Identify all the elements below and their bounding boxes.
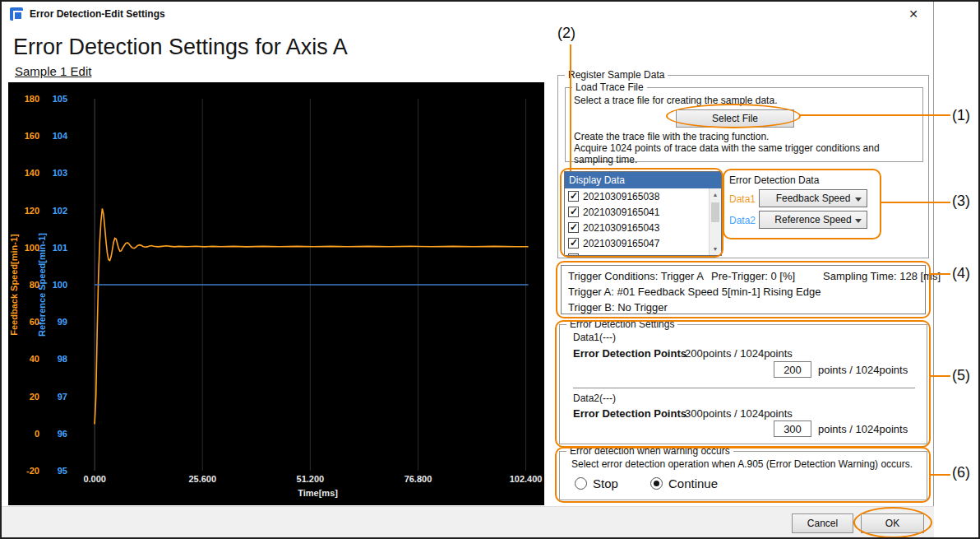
ok-button[interactable]: OK [861,513,924,533]
title-bar[interactable]: Error Detection-Edit Settings ✕ [2,2,933,26]
trigger-conditions-text: Trigger Conditions: Trigger A [568,270,704,282]
data1-combo[interactable]: Feedback Speed [759,189,867,207]
chart-canvas: 0.00025.60051.20076.800102.400Time[ms]18… [8,82,544,505]
load-trace-label: Load Trace File [572,81,647,93]
data1-points-label: Error Detection Points [573,347,686,360]
window-title: Error Detection-Edit Settings [30,8,165,20]
svg-text:102: 102 [53,206,67,216]
svg-text:104: 104 [53,131,68,141]
display-data-item[interactable]: 20210309165043 [565,220,709,235]
error-detection-data-label: Error Detection Data [729,174,819,186]
svg-text:95: 95 [58,466,67,476]
trigger-a-text: Trigger A: #01 Feedback Speed 5[min-1] R… [568,286,821,298]
data2-combo[interactable]: Reference Speed [759,211,867,229]
warning-instruction: Select error detection operation when A.… [571,458,913,470]
app-icon [10,7,23,21]
data2-points-label: Error Detection Points [573,407,686,420]
display-data-list: 2021030916503820210309165041202103091650… [565,188,709,255]
data1-points-suffix: points / 1024points [818,364,908,376]
trigger-info-panel: Trigger Conditions: Trigger A Pre-Trigge… [561,265,926,314]
data2-points-input[interactable] [774,421,811,437]
display-data-item[interactable]: 20210309165038 [565,188,709,204]
item-checkbox[interactable] [568,207,579,217]
item-label: 20210309165038 [583,191,659,202]
svg-text:40: 40 [30,354,39,364]
warning-group-label: Error detection when warning occurs [566,445,733,457]
item-label: 20210309165041 [583,207,659,218]
item-label: 20210309165043 [583,222,659,234]
annotation-label-1: (1) [952,107,970,124]
scroll-down-icon[interactable]: ▼ [710,243,721,255]
svg-text:96: 96 [58,429,67,439]
svg-text:20: 20 [30,392,39,402]
svg-text:25.600: 25.600 [188,474,216,484]
scroll-thumb[interactable] [711,202,719,222]
display-data-item[interactable]: 20210309165049 [565,251,709,255]
svg-text:99: 99 [58,317,67,327]
item-checkbox[interactable] [568,191,579,202]
register-sample-label: Register Sample Data [565,69,668,81]
trace-chart: 0.00025.60051.20076.800102.400Time[ms]18… [8,82,544,505]
data1-title: Data1(---) [573,332,616,343]
svg-text:0: 0 [35,429,39,439]
error-detection-settings-label: Error Detection Settings [566,318,677,330]
cancel-button[interactable]: Cancel [792,513,853,533]
svg-text:120: 120 [25,206,39,216]
svg-text:102.400: 102.400 [510,474,543,484]
data1-label: Data1 [729,193,756,205]
annotation-label-6: (6) [952,464,970,481]
radio-continue[interactable] [650,477,663,490]
sampling-time-text: Sampling Time: 128 [ms] [823,270,941,282]
footer-bar: Cancel OK [2,506,934,537]
display-data-item[interactable]: 20210309165041 [565,204,709,220]
item-label: 20210309165049 [583,253,659,256]
svg-text:-20: -20 [26,466,39,476]
svg-text:97: 97 [58,392,67,402]
svg-text:51.200: 51.200 [297,474,325,484]
continue-label: Continue [668,476,718,490]
item-checkbox[interactable] [568,238,579,249]
svg-text:Reference Speed[min-1]: Reference Speed[min-1] [37,233,47,337]
display-data-scrollbar[interactable]: ▲ ▼ [709,188,721,255]
select-file-button[interactable]: Select File [676,109,794,128]
data2-combo-value: Reference Speed [774,214,851,225]
data1-points-input[interactable] [774,361,811,378]
data2-title: Data2(---) [573,393,616,404]
annotation-label-3: (3) [952,193,970,210]
item-checkbox[interactable] [568,253,579,255]
svg-text:180: 180 [25,94,39,104]
annotation-label-5: (5) [952,367,970,384]
sample-edit-link[interactable]: Sample 1 Edit [15,64,91,78]
scroll-up-icon[interactable]: ▲ [710,188,721,201]
svg-text:Feedback Speed[min-1]: Feedback Speed[min-1] [9,234,19,336]
annotated-screenshot: Error Detection-Edit Settings ✕ Error De… [0,0,980,539]
item-label: 20210309165047 [583,238,659,249]
display-data-item[interactable]: 20210309165047 [565,235,709,251]
svg-text:0.000: 0.000 [83,474,106,484]
load-trace-instruction: Select a trace file for creating the sam… [574,95,777,106]
svg-text:160: 160 [25,131,39,141]
data2-label: Data2 [729,215,756,226]
svg-text:101: 101 [53,243,67,253]
data2-points-current: 300points / 1024points [685,407,793,420]
dialog-window: Error Detection-Edit Settings ✕ Error De… [2,2,934,537]
error-detection-settings-group: Error Detection Settings Data1(---) Erro… [559,324,927,444]
radio-stop[interactable] [575,477,587,490]
data1-points-current: 200points / 1024points [685,347,793,360]
display-data-header: Display Data [565,172,721,188]
warning-group: Error detection when warning occurs Sele… [559,451,927,500]
data2-points-suffix: points / 1024points [818,423,908,435]
svg-text:Time[ms]: Time[ms] [298,488,338,498]
pre-trigger-text: Pre-Trigger: 0 [%] [711,270,795,282]
svg-text:76.800: 76.800 [404,474,432,484]
close-icon[interactable]: ✕ [904,5,923,23]
register-sample-group: Register Sample Data Load Trace File Sel… [557,75,929,258]
trigger-b-text: Trigger B: No Trigger [568,301,668,314]
item-checkbox[interactable] [568,222,579,233]
svg-text:140: 140 [25,168,39,178]
load-trace-group: Load Trace File Select a trace file for … [565,87,923,162]
page-title: Error Detection Settings for Axis A [13,35,348,60]
stop-label: Stop [593,476,618,490]
data1-combo-value: Feedback Speed [776,193,851,204]
load-trace-note: Create the trace file with the tracing f… [574,131,919,165]
